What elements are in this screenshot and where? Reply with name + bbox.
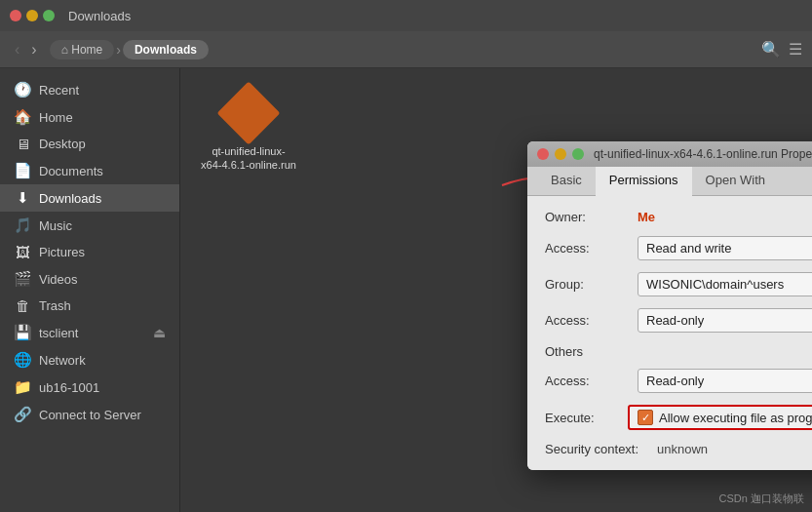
nav-arrows: ‹ › [10,39,42,60]
tsclient-icon: 💾 [14,324,31,341]
sidebar-item-downloads[interactable]: ⬇ Downloads [0,184,179,212]
forward-button[interactable]: › [26,39,41,60]
close-button[interactable] [10,10,21,21]
properties-dialog: qt-unified-linux-x64-4.6.1-online.run Pr… [527,141,812,470]
security-value: unknown [657,442,708,456]
sidebar-label-documents: Documents [39,164,103,178]
owner-access-dropdown[interactable]: Read and write ▼ [638,236,812,260]
breadcrumb-home[interactable]: ⌂ Home [50,40,115,59]
sidebar-label-trash: Trash [39,298,71,313]
watermark: CSDn 迦口装物联 [719,492,804,506]
sidebar-label-home: Home [39,110,73,125]
back-button[interactable]: ‹ [10,39,24,60]
file-item[interactable]: qt-unified-linux-x64-4.6.1-online.run [200,88,297,173]
sidebar-item-trash[interactable]: 🗑 Trash [0,293,179,319]
breadcrumb: ⌂ Home › Downloads [50,40,209,59]
tab-basic[interactable]: Basic [537,167,596,195]
others-access-label: Access: [545,374,628,388]
videos-icon: 🎬 [14,270,31,288]
security-label: Security context: [545,442,647,456]
sidebar-label-music: Music [39,218,72,233]
pictures-icon: 🖼 [14,244,31,260]
sidebar-item-pictures[interactable]: 🖼 Pictures [0,239,179,265]
trash-icon: 🗑 [14,297,31,314]
sidebar-item-desktop[interactable]: 🖥 Desktop [0,131,179,157]
sidebar: 🕐 Recent 🏠 Home 🖥 Desktop 📄 Documents ⬇ … [0,68,180,512]
breadcrumb-current[interactable]: Downloads [123,40,209,59]
group-row: Group: WISONIC\domain^users ▼ [545,272,812,296]
dialog-title-bar: qt-unified-linux-x64-4.6.1-online.run Pr… [527,141,812,167]
sidebar-item-ub16[interactable]: 📁 ub16-1001 [0,374,179,401]
group-access-value: Read-only [646,313,704,328]
file-label: qt-unified-linux-x64-4.6.1-online.run [201,144,296,173]
dialog-body: Owner: Me Access: Read and write ▼ Group… [527,196,812,470]
nav-bar: ‹ › ⌂ Home › Downloads 🔍 ☰ [0,31,812,68]
sidebar-label-desktop: Desktop [39,137,86,151]
ub16-icon: 📁 [14,378,31,396]
others-access-dropdown[interactable]: Read-only ▼ [638,369,812,393]
sidebar-label-downloads: Downloads [39,191,101,206]
title-bar: Downloads [0,0,812,31]
execute-checkbox-area[interactable]: ✓ Allow executing file as program [628,405,812,430]
home-icon: 🏠 [14,108,31,126]
others-header: Others [545,344,812,359]
sidebar-label-videos: Videos [39,272,78,287]
group-access-row: Access: Read-only ▼ [545,308,812,333]
owner-access-value: Read and write [646,241,731,256]
group-access-dropdown[interactable]: Read-only ▼ [638,308,812,333]
dialog-minimize-button[interactable] [555,148,566,160]
file-area: qt-unified-linux-x64-4.6.1-online.run qt… [180,68,812,512]
sidebar-label-connect: Connect to Server [39,408,141,422]
sidebar-label-ub16: ub16-1001 [39,380,99,395]
sidebar-item-videos[interactable]: 🎬 Videos [0,265,179,293]
network-icon: 🌐 [14,351,31,369]
window-title: Downloads [68,9,131,23]
search-icon[interactable]: 🔍 [761,40,781,59]
group-dropdown[interactable]: WISONIC\domain^users ▼ [638,272,812,296]
dialog-tabs: Basic Permissions Open With [527,167,812,196]
downloads-icon: ⬇ [14,189,31,207]
owner-access-row: Access: Read and write ▼ [545,236,812,260]
owner-row: Owner: Me [545,210,812,224]
sidebar-item-home[interactable]: 🏠 Home [0,103,179,131]
security-row: Security context: unknown [545,442,812,456]
connect-icon: 🔗 [14,406,31,423]
dialog-maximize-button[interactable] [572,148,584,160]
diamond-shape [216,81,280,144]
sidebar-label-pictures: Pictures [39,245,85,259]
owner-access-label: Access: [545,241,628,256]
menu-icon[interactable]: ☰ [789,40,802,59]
breadcrumb-separator: › [116,42,121,58]
owner-label: Owner: [545,210,628,224]
sidebar-label-network: Network [39,353,86,368]
dialog-close-button[interactable] [537,148,549,160]
others-access-row: Access: Read-only ▼ [545,369,812,393]
tab-permissions[interactable]: Permissions [596,167,692,196]
execute-checkbox[interactable]: ✓ [638,410,653,425]
minimize-button[interactable] [26,10,38,21]
group-value: WISONIC\domain^users [646,277,784,292]
recent-icon: 🕐 [14,81,31,98]
sidebar-label-recent: Recent [39,83,79,98]
dialog-title: qt-unified-linux-x64-4.6.1-online.run Pr… [594,147,812,161]
group-access-label: Access: [545,313,628,328]
sidebar-item-tsclient[interactable]: 💾 tsclient ⏏ [0,319,179,346]
maximize-button[interactable] [43,10,55,21]
execute-label: Execute: [545,411,628,425]
execute-checkbox-label: Allow executing file as program [659,411,812,425]
eject-button[interactable]: ⏏ [153,325,166,340]
documents-icon: 📄 [14,162,31,179]
tab-open-with[interactable]: Open With [692,167,779,195]
execute-row: Execute: ✓ Allow executing file as progr… [545,405,812,430]
sidebar-item-connect[interactable]: 🔗 Connect to Server [0,401,179,428]
group-label: Group: [545,277,628,292]
file-icon [223,88,274,138]
sidebar-label-tsclient: tsclient [39,326,78,340]
sidebar-item-music[interactable]: 🎵 Music [0,212,179,239]
window-controls [10,10,55,21]
sidebar-item-documents[interactable]: 📄 Documents [0,157,179,184]
others-access-value: Read-only [646,374,704,388]
sidebar-item-recent[interactable]: 🕐 Recent [0,76,179,103]
sidebar-item-network[interactable]: 🌐 Network [0,346,179,374]
main-layout: 🕐 Recent 🏠 Home 🖥 Desktop 📄 Documents ⬇ … [0,68,812,512]
